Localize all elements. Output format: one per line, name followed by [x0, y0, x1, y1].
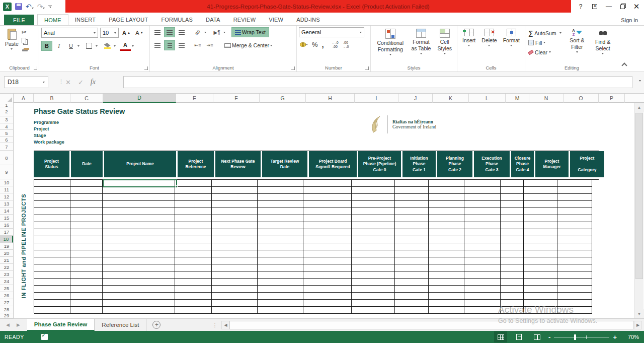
body-cell[interactable] [395, 307, 429, 314]
select-all-corner[interactable] [0, 94, 14, 103]
body-cell[interactable] [395, 215, 429, 222]
body-cell[interactable] [70, 201, 103, 208]
insert-cells-button[interactable]: Insert [459, 27, 478, 63]
tab-scroll-splitter[interactable]: ⋮ [212, 322, 217, 328]
save-icon[interactable] [15, 3, 22, 10]
body-cell[interactable] [34, 187, 70, 194]
body-cell[interactable] [501, 257, 524, 264]
sheet-tab-phase-gate-review[interactable]: Phase Gate Review [27, 319, 95, 331]
body-cell[interactable] [175, 250, 212, 257]
body-cell[interactable] [175, 187, 212, 194]
body-cell[interactable] [395, 236, 429, 243]
body-cell[interactable] [175, 229, 212, 236]
orientation-button[interactable]: ab [192, 27, 203, 37]
body-cell[interactable] [34, 271, 70, 279]
body-cell[interactable] [70, 208, 103, 215]
undo-button[interactable]: ↶ [26, 3, 34, 10]
scroll-left-button[interactable]: ◀ [221, 321, 229, 329]
body-cell[interactable] [175, 194, 212, 201]
body-cell[interactable] [103, 293, 175, 300]
body-cell[interactable] [258, 215, 303, 222]
body-cell[interactable] [212, 250, 258, 257]
row-header-15[interactable]: 15 [0, 215, 13, 222]
row-header-9[interactable]: 9 [0, 165, 13, 179]
body-cell[interactable] [103, 229, 175, 236]
body-cell[interactable] [352, 307, 395, 314]
row-header-3[interactable]: 3 [0, 116, 13, 123]
body-cell[interactable] [103, 208, 175, 215]
body-cell[interactable] [303, 187, 352, 194]
table-header-cell[interactable]: Pre-ProjectPhase (Pipeline)Gate 0 [358, 151, 401, 177]
shrink-font-button[interactable]: A▼ [134, 27, 145, 38]
body-cell[interactable] [258, 222, 303, 229]
body-cell[interactable] [352, 236, 395, 243]
body-cell[interactable] [524, 243, 557, 250]
body-cell[interactable] [395, 279, 429, 286]
body-cell[interactable] [557, 250, 592, 257]
body-cell[interactable] [395, 300, 429, 307]
zoom-slider[interactable] [554, 337, 609, 337]
body-cell[interactable] [429, 194, 464, 201]
cancel-button[interactable]: ✕ [65, 79, 71, 86]
scroll-up-button[interactable]: ▲ [634, 103, 644, 112]
body-cell[interactable] [395, 257, 429, 264]
body-cell[interactable] [303, 222, 352, 229]
body-cell[interactable] [212, 286, 258, 293]
column-header-E[interactable]: E [176, 94, 213, 103]
scroll-right-button[interactable]: ▶ [634, 321, 642, 329]
table-header-cell[interactable]: ExecutionPhaseGate 3 [474, 151, 510, 177]
page-layout-view-button[interactable] [512, 331, 525, 342]
body-cell[interactable] [429, 236, 464, 243]
body-cell[interactable] [557, 180, 592, 187]
body-cell[interactable] [352, 271, 395, 279]
body-cell[interactable] [34, 293, 70, 300]
body-cell[interactable] [557, 208, 592, 215]
body-cell[interactable] [103, 243, 175, 250]
body-cell[interactable] [175, 222, 212, 229]
next-sheet-button[interactable]: ▶ [17, 322, 20, 327]
find-select-button[interactable]: Find & Select [589, 27, 616, 63]
font-color-button[interactable]: A [120, 41, 131, 51]
body-cell[interactable] [70, 307, 103, 314]
body-cell[interactable] [464, 271, 501, 279]
body-cell[interactable] [501, 229, 524, 236]
sort-filter-button[interactable]: AZ Sort & Filter [565, 27, 589, 63]
body-cell[interactable] [524, 201, 557, 208]
body-cell[interactable] [557, 257, 592, 264]
body-cell[interactable] [501, 293, 524, 300]
body-cell[interactable] [524, 264, 557, 271]
body-cell[interactable] [557, 215, 592, 222]
copy-icon[interactable] [22, 38, 26, 43]
body-cell[interactable] [212, 243, 258, 250]
column-header-F[interactable]: F [213, 94, 260, 103]
body-cell[interactable] [524, 229, 557, 236]
row-header-26[interactable]: 26 [0, 292, 13, 299]
close-button[interactable]: ✕ [631, 2, 642, 11]
increase-decimal-button[interactable]: ←.0 .00 [332, 41, 339, 48]
body-cell[interactable] [175, 264, 212, 271]
body-cell[interactable] [429, 257, 464, 264]
body-cell[interactable] [524, 300, 557, 307]
row-header-17[interactable]: 17 [0, 229, 13, 236]
tab-view[interactable]: VIEW [262, 14, 290, 25]
body-cell[interactable] [175, 215, 212, 222]
tab-review[interactable]: REVIEW [227, 14, 263, 25]
row-header-7[interactable]: 7 [0, 143, 13, 151]
body-cell[interactable] [175, 180, 212, 187]
body-cell[interactable] [501, 279, 524, 286]
body-cell[interactable] [212, 187, 258, 194]
body-cell[interactable] [501, 208, 524, 215]
body-cell[interactable] [303, 215, 352, 222]
body-cell[interactable] [501, 271, 524, 279]
body-cell[interactable] [258, 286, 303, 293]
body-cell[interactable] [352, 279, 395, 286]
body-cell[interactable] [352, 215, 395, 222]
body-cell[interactable] [464, 264, 501, 271]
body-cell[interactable] [175, 293, 212, 300]
body-cell[interactable] [557, 236, 592, 243]
row-header-4[interactable]: 4 [0, 123, 13, 130]
body-cell[interactable] [352, 243, 395, 250]
body-cell[interactable] [303, 307, 352, 314]
body-cell[interactable] [395, 194, 429, 201]
body-cell[interactable] [501, 236, 524, 243]
